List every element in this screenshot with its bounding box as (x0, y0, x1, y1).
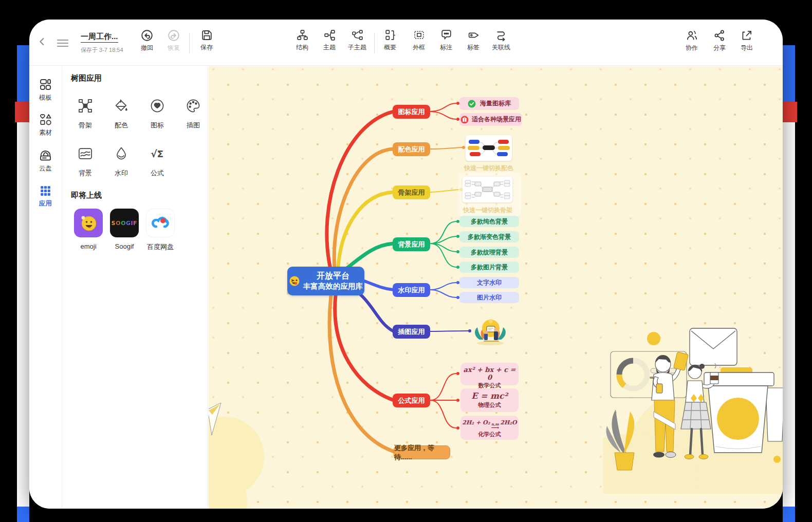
bg-stripe-left-blue2 (17, 507, 29, 522)
sidebar-item-template[interactable]: 模板 (29, 78, 62, 102)
undo-button[interactable]: 撤回 (134, 28, 160, 60)
skeleton-preview-image[interactable] (463, 177, 512, 202)
lightbulb-people-illustration (472, 316, 508, 346)
skeleton-preview-caption: 快速一键切换骨架 (454, 206, 521, 215)
branch-illustration-apps[interactable]: 插图应用 (393, 325, 430, 339)
left-rail: 模板 素材 云盘 应用 (29, 66, 62, 509)
branch-background-apps[interactable]: 背景应用 (393, 237, 430, 251)
illustration-child-image[interactable] (472, 316, 508, 348)
sidebar-item-apps[interactable]: 应用 (29, 184, 62, 208)
template-icon (39, 78, 52, 91)
physics-formula-text: E = mc² (460, 391, 519, 401)
tongue-out-emoji-icon (289, 275, 300, 287)
app-color-scheme[interactable]: 配色 (106, 98, 136, 130)
physics-formula-caption: 物理公式 (460, 401, 519, 409)
child-image-backgrounds[interactable]: 多款图片背景 (459, 262, 519, 273)
child-physics-formula[interactable]: E = mc² 物理公式 (460, 388, 519, 412)
child-solid-backgrounds[interactable]: 多款纯色背景 (459, 216, 519, 227)
tool-relation[interactable]: 关联线 (486, 28, 516, 60)
root-node[interactable]: 开放平台 丰富高效的应用库 (287, 267, 364, 295)
collaborate-icon (685, 29, 698, 42)
export-button[interactable]: 导出 (733, 28, 760, 60)
toolbar-separator (189, 33, 190, 53)
frame-icon (413, 29, 426, 42)
tag-icon (467, 29, 480, 42)
tool-summary[interactable]: 概要 (377, 28, 403, 60)
formula-icon: √Σ (150, 146, 165, 161)
child-icon-scenarios[interactable]: 适合各种场景应用 (459, 113, 522, 126)
bg-stripe-right-blue2 (783, 507, 795, 522)
branch-color-apps[interactable]: 配色应用 (393, 142, 430, 156)
app-illustration[interactable]: 插图 (178, 98, 208, 130)
tile-label: 百度网盘 (141, 243, 180, 252)
panel-section-title: 树图应用 (71, 73, 102, 83)
baidu-pan-logo-icon (150, 212, 171, 234)
child-icon-library[interactable]: 海量图标库 (459, 97, 519, 110)
undo-icon (140, 29, 154, 42)
app-skeleton[interactable]: 骨架 (70, 98, 100, 130)
save-icon (200, 29, 213, 42)
structure-icon (296, 29, 309, 42)
child-image-watermark[interactable]: 图片水印 (459, 292, 519, 303)
branch-formula-apps[interactable]: 公式应用 (393, 394, 430, 407)
share-button[interactable]: 分享 (706, 28, 733, 60)
save-button[interactable]: 保存 (193, 28, 220, 60)
top-toolbar: 一周工作... 保存于 3-7 18:54 撤回 恢复 保存 结构 主题 子主题 (29, 20, 783, 66)
branch-more-apps[interactable]: 更多应用，等待...... (394, 445, 450, 459)
export-icon (740, 29, 753, 42)
branch-watermark-apps[interactable]: 水印应用 (393, 283, 430, 297)
bg-stripe-left-red (15, 102, 29, 122)
tool-structure[interactable]: 结构 (289, 28, 316, 60)
branch-skeleton-apps[interactable]: 骨架应用 (393, 185, 430, 199)
document-title[interactable]: 一周工作... (81, 32, 118, 43)
share-icon (713, 29, 726, 42)
tool-callout[interactable]: 标注 (433, 28, 459, 60)
redo-button[interactable]: 恢复 (160, 28, 187, 60)
child-texture-backgrounds[interactable]: 多款纹理背景 (459, 247, 519, 258)
mindmap-canvas[interactable]: 开放平台 丰富高效的应用库 图标应用 配色应用 骨架应用 背景应用 水印应用 插… (209, 66, 783, 509)
tool-frame[interactable]: 外框 (405, 28, 432, 60)
svg-text:√Σ: √Σ (151, 148, 163, 159)
tool-topic[interactable]: 主题 (316, 28, 343, 60)
toolbar-separator (374, 33, 375, 53)
topic-icon (323, 29, 336, 42)
tile-soogif[interactable]: SOOGIF (110, 209, 139, 237)
sidebar-item-material[interactable]: 素材 (29, 113, 62, 137)
cloud-disk-icon (39, 148, 52, 162)
emoji-smiley-icon (78, 213, 99, 233)
child-text-watermark[interactable]: 文字水印 (459, 277, 519, 288)
background-image-icon (78, 146, 93, 161)
apps-grid-icon (39, 184, 52, 197)
child-gradient-backgrounds[interactable]: 多款渐变色背景 (459, 231, 519, 243)
app-icons[interactable]: 图标 (142, 98, 172, 130)
tool-subtopic[interactable]: 子主题 (342, 28, 373, 60)
bg-stripe-right-white (783, 122, 795, 507)
tile-emoji[interactable] (74, 209, 103, 237)
back-button[interactable] (34, 35, 50, 50)
app-formula[interactable]: √Σ 公式 (142, 146, 172, 178)
callout-icon (440, 29, 453, 42)
tile-label: Soogif (105, 243, 144, 250)
color-preview-caption: 快速一键切换配色 (455, 164, 522, 173)
chemistry-formula-caption: 化学公式 (460, 431, 519, 438)
menu-button[interactable] (54, 37, 71, 50)
bg-stripe-right-blue (783, 45, 795, 102)
app-background[interactable]: 背景 (70, 146, 100, 178)
mini-mindmap-gray (463, 177, 512, 202)
sidebar-item-cloud-disk[interactable]: 云盘 (29, 148, 62, 173)
collaborate-button[interactable]: 协作 (678, 28, 705, 60)
summary-icon (384, 29, 397, 42)
redo-icon (167, 29, 180, 42)
child-math-formula[interactable]: ax² + bx + c = 0 数学公式 (460, 363, 519, 385)
root-node-text: 开放平台 丰富高效的应用库 (303, 270, 363, 291)
app-window: 一周工作... 保存于 3-7 18:54 撤回 恢复 保存 结构 主题 子主题 (29, 20, 783, 509)
tool-tag[interactable]: 标签 (460, 28, 487, 60)
child-chemistry-formula[interactable]: 2H₂ + O₂n,m⟶2H₂O 化学公式 (460, 416, 519, 440)
app-watermark[interactable]: 水印 (106, 146, 136, 178)
tile-baidu-pan[interactable] (146, 209, 175, 237)
subtopic-icon (351, 29, 364, 42)
palette-icon (186, 98, 201, 114)
color-scheme-preview-image[interactable] (466, 135, 512, 161)
water-drop-icon (114, 146, 129, 161)
branch-icon-apps[interactable]: 图标应用 (393, 105, 430, 119)
